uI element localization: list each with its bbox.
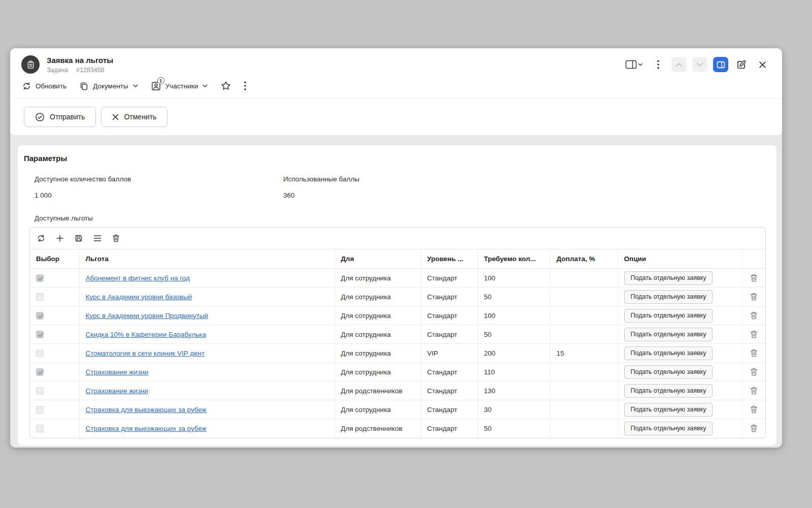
task-header-card: Заявка на льготы Задача #1283458: [10, 48, 782, 135]
favorite-button[interactable]: [221, 81, 231, 91]
table-add-button[interactable]: [56, 234, 64, 242]
benefits-table: Выбор Льгота Для Уровень ... Требуемо ко…: [30, 249, 765, 438]
row-delete-button[interactable]: [749, 349, 760, 357]
benefit-link[interactable]: Скидка 10% в Кафетерии Барабулька: [86, 331, 207, 338]
benefit-for: Для сотрудника: [334, 306, 421, 325]
table-list-button[interactable]: [93, 235, 101, 242]
benefit-link[interactable]: Страховка для выезжающих за рубеж: [86, 406, 207, 414]
table-row: Скидка 10% в Кафетерии Барабулька Для со…: [30, 325, 765, 344]
benefit-for: Для сотрудника: [334, 363, 421, 382]
window-toolbar: Обновить Документы: [10, 78, 782, 97]
view-switcher-button[interactable]: [623, 57, 645, 72]
benefit-surcharge: [550, 269, 618, 288]
desktop-background: Заявка на льготы Задача #1283458: [0, 0, 812, 508]
row-checkbox[interactable]: [36, 425, 44, 432]
benefit-for: Для родственников: [334, 382, 421, 400]
view-switcher-icon: [625, 59, 642, 70]
benefit-surcharge: [550, 325, 618, 344]
benefit-required: 50: [478, 325, 550, 344]
close-button[interactable]: [755, 57, 770, 72]
benefit-required: 50: [478, 419, 550, 438]
benefits-table-container: Выбор Льгота Для Уровень ... Требуемо ко…: [29, 227, 766, 438]
table-row: Страховка для выезжающих за рубеж Для со…: [30, 400, 765, 419]
benefit-for: Для сотрудника: [334, 400, 421, 419]
benefits-table-label: Доступные льготы: [35, 214, 776, 222]
benefit-level: Стандарт: [421, 400, 478, 419]
row-delete-button[interactable]: [749, 405, 760, 414]
benefit-surcharge: [550, 363, 618, 382]
row-checkbox[interactable]: [36, 406, 44, 414]
benefit-link[interactable]: Страховка для выезжающих за рубеж: [86, 425, 207, 432]
header-actions: [623, 57, 770, 72]
trash-icon: [750, 424, 758, 432]
benefit-required: 50: [478, 288, 550, 306]
submit-separate-request-button[interactable]: Подать отдельную заявку: [624, 309, 713, 323]
trash-icon: [750, 368, 758, 376]
submit-label: Отправить: [50, 113, 85, 121]
next-task-button[interactable]: [692, 57, 707, 72]
submit-separate-request-button[interactable]: Подать отдельную заявку: [624, 365, 713, 379]
submit-separate-request-button[interactable]: Подать отдельную заявку: [624, 346, 713, 360]
benefit-link[interactable]: Курс в Академии уровня Продвинутый: [86, 312, 209, 320]
table-save-button[interactable]: [75, 234, 83, 242]
row-delete-button[interactable]: [749, 330, 760, 338]
benefit-link[interactable]: Курс в Академии уровня базовый: [86, 293, 192, 301]
row-delete-button[interactable]: [749, 274, 760, 282]
row-delete-button[interactable]: [749, 293, 760, 301]
benefit-level: VIP: [421, 344, 478, 363]
trash-icon: [750, 387, 758, 395]
task-type-label: Задача: [47, 67, 68, 74]
benefit-link[interactable]: Страхование жизни: [86, 368, 149, 376]
table-delete-button[interactable]: [112, 234, 120, 242]
chevron-down-icon: [202, 84, 208, 87]
row-delete-button[interactable]: [749, 424, 760, 432]
benefit-level: Стандарт: [421, 306, 478, 325]
benefit-for: Для сотрудника: [334, 325, 421, 344]
submit-separate-request-button[interactable]: Подать отдельную заявку: [624, 290, 713, 304]
documents-menu-button[interactable]: Документы: [80, 82, 138, 90]
split-view-button[interactable]: [713, 57, 728, 72]
submit-separate-request-button[interactable]: Подать отдельную заявку: [624, 403, 713, 417]
table-row: Курс в Академии уровня Продвинутый Для с…: [30, 306, 765, 325]
benefit-for: Для родственников: [334, 419, 421, 438]
submit-separate-request-button[interactable]: Подать отдельную заявку: [624, 328, 713, 341]
row-delete-button[interactable]: [749, 368, 760, 376]
trash-icon: [750, 311, 758, 320]
row-checkbox[interactable]: [36, 312, 44, 320]
benefit-required: 130: [478, 382, 550, 400]
row-checkbox[interactable]: [36, 368, 44, 376]
row-checkbox[interactable]: [36, 387, 44, 395]
submit-button[interactable]: Отправить: [24, 107, 96, 127]
documents-label: Документы: [93, 82, 128, 90]
submit-separate-request-button[interactable]: Подать отдельную заявку: [624, 422, 713, 435]
previous-task-button[interactable]: [671, 57, 687, 72]
row-delete-button[interactable]: [749, 311, 760, 320]
col-header-options: Опции: [618, 249, 742, 269]
participants-count-badge: 1: [157, 77, 164, 84]
task-clipboard-icon: [21, 55, 40, 74]
benefit-link[interactable]: Стоматология в сети клиник VIP дент: [86, 350, 205, 357]
participants-menu-button[interactable]: 1 Участники: [151, 81, 208, 91]
more-actions-button[interactable]: [244, 81, 246, 90]
kebab-menu-button[interactable]: [651, 57, 666, 72]
row-delete-button[interactable]: [749, 387, 760, 395]
row-checkbox[interactable]: [36, 331, 44, 338]
benefit-surcharge: [550, 382, 618, 400]
used-points-value: 360: [283, 192, 532, 199]
cancel-button[interactable]: Отменить: [101, 107, 167, 127]
table-refresh-button[interactable]: [37, 234, 45, 242]
benefit-required: 110: [478, 363, 550, 382]
row-checkbox[interactable]: [36, 274, 44, 282]
submit-separate-request-button[interactable]: Подать отдельную заявку: [624, 271, 713, 285]
submit-separate-request-button[interactable]: Подать отдельную заявку: [624, 384, 713, 398]
benefit-required: 100: [478, 269, 550, 288]
benefit-link[interactable]: Абонемент в фитнес клуб на год: [86, 274, 190, 282]
table-row: Страховка для выезжающих за рубеж Для ро…: [30, 419, 765, 438]
refresh-button[interactable]: Обновить: [22, 82, 66, 90]
benefit-link[interactable]: Страхование жизни: [86, 387, 149, 395]
row-checkbox[interactable]: [36, 350, 44, 357]
benefit-surcharge: 15: [550, 344, 618, 363]
edit-button[interactable]: [734, 57, 749, 72]
kebab-icon: [657, 60, 659, 69]
row-checkbox[interactable]: [36, 293, 44, 301]
